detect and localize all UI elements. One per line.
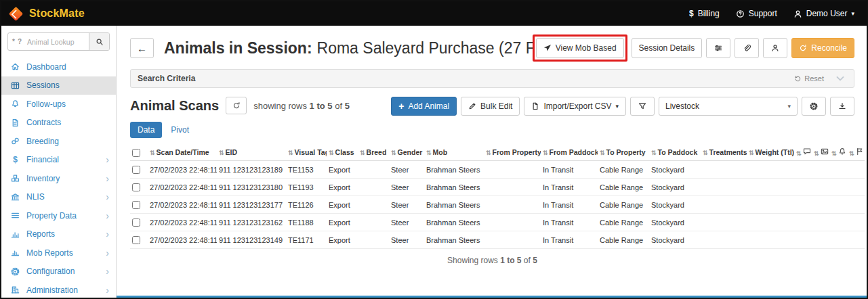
view-mob-based-button[interactable]: View Mob Based [536,38,624,58]
cell-from-property [484,179,541,196]
download-button[interactable] [830,97,854,116]
col-header-gender[interactable]: ⇅Gender [389,144,424,161]
reset-button[interactable]: Reset [794,74,824,83]
image-icon [821,147,829,156]
col-header-weight-ttl[interactable]: ⇅Weight (Ttl) [747,144,794,161]
sort-icon: ⇅ [219,150,224,156]
cell-comment [794,196,812,214]
search-criteria-bar[interactable]: Search Criteria Reset [130,69,854,88]
back-button[interactable]: ← [130,38,154,58]
cell-image [812,179,829,196]
row-checkbox[interactable] [132,236,140,244]
col-label: Mob [433,148,448,156]
sidebar-item-label: Inventory [26,174,100,183]
col-header-mob[interactable]: ⇅Mob [424,144,484,161]
col-header-to-property[interactable]: ⇅To Property [598,144,649,161]
col-header-comment[interactable]: ⇅ [794,144,812,161]
col-header-scan-date-time[interactable]: ⇅Scan Date/Time [148,144,217,161]
sidebar-item-breeding[interactable]: Breeding [1,132,116,151]
bulk-edit-button[interactable]: Bulk Edit [461,97,520,116]
dollar-icon: $ [10,156,20,164]
col-header-from-property[interactable]: ⇅From Property [484,144,541,161]
import-export-csv-button[interactable]: Import/Export CSV ▾ [524,97,626,116]
col-label: Gender [398,148,423,156]
refresh-icon [232,101,241,110]
sidebar-item-inventory[interactable]: Inventory› [1,169,116,188]
col-header-breed[interactable]: ⇅Breed [358,144,389,161]
billing-label: Billing [698,9,720,18]
cell-eid: 911 123123123149 [217,231,286,249]
sidebar-item-financial[interactable]: $Financial› [1,151,116,170]
cell-image [812,196,829,214]
row-checkbox[interactable] [132,183,140,191]
sidebar-item-nlis[interactable]: NLIS› [1,188,116,207]
user-menu[interactable]: Demo User ▾ [793,9,854,18]
bell-icon [10,99,20,108]
brand-logo[interactable]: StockMate [8,7,85,20]
col-header-treatments[interactable]: ⇅Treatments [701,144,747,161]
col-header-bell[interactable]: ⇅ [829,144,847,161]
cell-treatments [701,231,747,249]
flag-icon [856,147,864,156]
animal-lookup-search-button[interactable] [89,33,109,50]
livestock-select[interactable]: Livestock ▾ [659,97,798,116]
filter-button[interactable] [630,97,655,116]
cell-scan-date-time: 27/02/2023 22:48:11 [148,214,217,231]
cell-breed [358,161,389,179]
cell-gender: Steer [389,179,424,196]
attachments-button[interactable] [735,38,759,58]
sidebar-item-reports[interactable]: Reports› [1,225,116,244]
row-checkbox[interactable] [132,201,140,209]
tab-pivot[interactable]: Pivot [163,122,197,138]
col-header-image[interactable]: ⇅ [812,144,829,161]
search-icon [96,38,104,46]
chevron-right-icon: › [106,173,109,184]
col-header-flag[interactable]: ⇅ [847,144,865,161]
sort-icon: ⇅ [651,150,656,156]
col-header-visual-tag[interactable]: ⇅Visual Tag [286,144,327,161]
annotation-highlight: View Mob Based [533,34,627,62]
row-checkbox[interactable] [132,218,140,227]
reconcile-icon [799,44,807,52]
sidebar-item-label: Reports [26,229,100,239]
row-checkbox[interactable] [132,166,140,174]
sliders-button[interactable] [706,38,730,58]
col-header-from-paddock[interactable]: ⇅From Paddock [541,144,598,161]
support-link[interactable]: Support [736,9,777,18]
inventory-icon [10,174,20,183]
reconcile-button[interactable]: Reconcile [791,38,854,58]
cell-weight-ttl [747,214,794,231]
caret-down-icon: ▾ [787,104,791,110]
sidebar-item-sessions[interactable]: Sessions [1,76,116,95]
sort-icon: ⇅ [329,150,333,156]
refresh-button[interactable] [226,97,247,114]
add-animal-button[interactable]: + Add Animal [391,97,457,116]
session-details-button[interactable]: Session Details [632,38,703,58]
col-header-eid[interactable]: ⇅EID [217,144,286,161]
sidebar-item-contracts[interactable]: Contracts [1,114,116,133]
cell-eid: 911 123123123180 [217,179,286,196]
col-header-class[interactable]: ⇅Class [327,144,358,161]
sidebar-item-administration[interactable]: Administration› [1,281,116,299]
col-header-to-paddock[interactable]: ⇅To Paddock [649,144,701,161]
sidebar-item-dashboard[interactable]: Dashboard [1,58,116,76]
sidebar-item-mob-reports[interactable]: Mob Reports› [1,244,116,262]
collapse-chevron-icon[interactable] [833,74,847,84]
select-all-checkbox[interactable] [132,149,140,157]
sort-icon: ⇅ [849,150,854,157]
contacts-button[interactable] [763,38,787,58]
cell-to-paddock: Stockyard [649,214,701,231]
sidebar-item-configuration[interactable]: Configuration› [1,262,116,281]
tab-data[interactable]: Data [130,122,162,138]
gear-icon [10,267,20,276]
app-window: StockMate $ Billing Support Demo User ▾ … [0,0,868,299]
table-settings-button[interactable] [802,97,826,116]
animal-lookup-input[interactable] [26,33,89,50]
col-header-select [130,144,148,161]
sidebar-item-property-data[interactable]: Property Data› [1,206,116,225]
sidebar-item-follow-ups[interactable]: Follow-ups [1,95,116,114]
cell-weight-ttl [747,179,794,196]
billing-link[interactable]: $ Billing [689,9,720,18]
cell-to-property: Cable Range [598,161,649,179]
cell-to-paddock: Stockyard [649,231,701,249]
